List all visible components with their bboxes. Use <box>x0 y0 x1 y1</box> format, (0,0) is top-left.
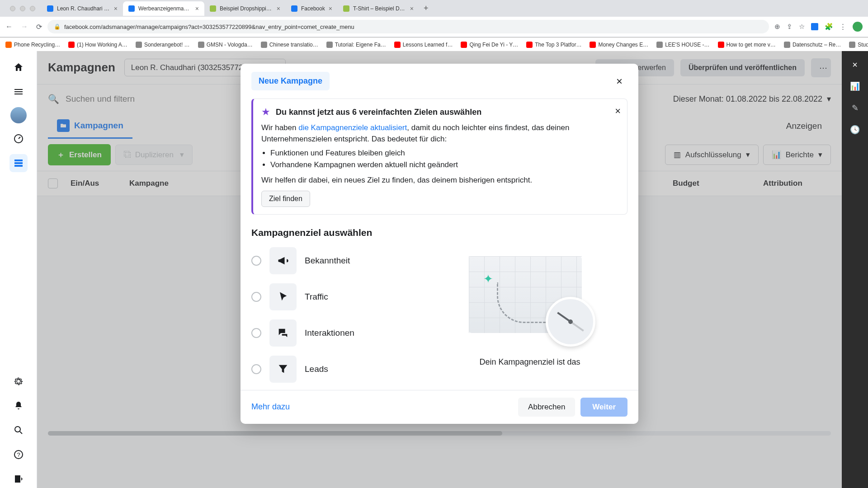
bookmark-item[interactable]: (1) How Working A… <box>68 42 127 48</box>
star-icon: ★ <box>261 106 270 118</box>
bookmark-icon <box>394 42 401 48</box>
cancel-button[interactable]: Abbrechen <box>518 398 575 417</box>
zoom-icon[interactable]: ⊕ <box>774 23 780 31</box>
close-icon[interactable]: × <box>329 5 332 12</box>
back-icon[interactable]: ← <box>5 23 13 31</box>
tab-title: T-Shirt – Beispiel Dropshippin… <box>353 5 406 12</box>
bookmark-item[interactable]: Datenschutz – Re… <box>784 42 841 48</box>
close-icon[interactable]: × <box>277 5 280 12</box>
search-icon[interactable] <box>9 421 28 439</box>
window-close-icon[interactable] <box>10 6 15 11</box>
right-rail: × 📊 ✎ 🕓 <box>842 51 868 488</box>
gauge-icon[interactable] <box>9 130 28 148</box>
chat-icon <box>269 319 297 347</box>
forward-icon[interactable]: → <box>21 23 28 31</box>
reload-icon[interactable]: ⟳ <box>36 23 42 31</box>
info-list-item: Funktionen und Features bleiben gleich <box>270 147 619 159</box>
extensions-icon[interactable]: 🧩 <box>825 23 833 31</box>
bookmark-item[interactable]: LEE'S HOUSE -… <box>656 42 709 48</box>
browser-tab[interactable]: Leon R. Chaudhari | Facebook× <box>42 1 123 16</box>
bookmark-item[interactable]: How to get more v… <box>718 42 776 48</box>
bookmark-label: Qing Fei De Yi - Y… <box>469 42 518 48</box>
bookmark-label: Student Wants an… <box>858 42 868 48</box>
close-panel-icon[interactable]: × <box>849 58 861 71</box>
bookmark-item[interactable]: Tutorial: Eigene Fa… <box>326 42 386 48</box>
radio-icon[interactable] <box>251 292 261 302</box>
chart-bar-icon[interactable]: 📊 <box>849 80 861 93</box>
bookmark-icon <box>718 42 724 48</box>
table-icon[interactable] <box>9 154 28 172</box>
close-icon[interactable]: × <box>410 5 414 12</box>
home-icon[interactable] <box>9 58 28 76</box>
info-list: Funktionen und Features bleiben gleich V… <box>270 147 619 170</box>
bookmark-item[interactable]: Student Wants an… <box>849 42 868 48</box>
find-goal-button[interactable]: Ziel finden <box>261 191 310 207</box>
account-avatar[interactable] <box>10 107 27 123</box>
url-field[interactable]: 🔒 facebook.com/adsmanager/manage/campaig… <box>47 20 769 33</box>
modal-close-button[interactable]: × <box>611 73 627 89</box>
bookmark-label: Datenschutz – Re… <box>793 42 841 48</box>
bookmark-label: Chinese translatio… <box>269 42 318 48</box>
modal-header: Neue Kampagne × <box>241 64 638 99</box>
objective-awareness[interactable]: Bekanntheit <box>251 247 414 274</box>
clock-icon[interactable]: 🕓 <box>849 123 861 136</box>
bookmark-item[interactable]: Chinese translatio… <box>261 42 318 48</box>
modal-tab[interactable]: Neue Kampagne <box>251 72 330 90</box>
share-icon[interactable]: ⇪ <box>787 23 793 31</box>
radio-icon[interactable] <box>251 364 261 374</box>
bookmark-item[interactable]: The Top 3 Platfor… <box>526 42 581 48</box>
browser-tab[interactable]: Beispiel Dropshipping Store× <box>204 1 286 16</box>
collapse-icon[interactable] <box>9 470 28 488</box>
info-link[interactable]: die Kampagnenziele aktualisiert <box>298 123 407 132</box>
objective-traffic[interactable]: Traffic <box>251 283 414 310</box>
bookmark-item[interactable]: Money Changes E… <box>590 42 648 48</box>
bookmark-icon <box>5 42 12 48</box>
edit-icon[interactable]: ✎ <box>849 102 861 114</box>
objective-engagement[interactable]: Interaktionen <box>251 319 414 347</box>
close-icon[interactable]: × <box>195 5 199 12</box>
fb-extension-icon[interactable] <box>811 23 818 30</box>
bookmark-label: Lessons Learned f… <box>403 42 453 48</box>
info-text: Wir helfen dir dabei, ein neues Ziel zu … <box>261 175 619 186</box>
modal-overlay: Neue Kampagne × × ★ Du kannst jetzt aus … <box>37 51 842 488</box>
help-icon[interactable]: ? <box>9 446 28 464</box>
profile-avatar-icon[interactable] <box>853 22 863 32</box>
bookmark-item[interactable]: GMSN - Vologda… <box>198 42 253 48</box>
radio-icon[interactable] <box>251 328 261 338</box>
tab-title: Leon R. Chaudhari | Facebook <box>57 5 110 12</box>
settings-icon[interactable] <box>9 372 28 390</box>
info-close-button[interactable]: × <box>615 105 621 117</box>
objective-leads[interactable]: Leads <box>251 356 414 383</box>
new-tab-button[interactable]: + <box>419 4 433 13</box>
window-min-icon[interactable] <box>20 6 25 11</box>
cursor-icon <box>269 283 297 310</box>
bookmark-label: Money Changes E… <box>598 42 648 48</box>
megaphone-icon <box>269 247 297 274</box>
menu-icon[interactable] <box>9 83 28 101</box>
objective-label: Leads <box>305 364 328 374</box>
bookmark-icon <box>261 42 267 48</box>
objective-list: Bekanntheit Traffic Interaktionen <box>251 247 414 383</box>
bookmark-icon <box>136 42 142 48</box>
bookmark-item[interactable]: Phone Recycling… <box>5 42 60 48</box>
objective-label: Interaktionen <box>305 328 354 338</box>
menu-icon[interactable]: ⋮ <box>840 23 846 31</box>
radio-icon[interactable] <box>251 256 261 266</box>
star-icon[interactable]: ☆ <box>799 23 805 31</box>
browser-tab[interactable]: Werbeanzeigenmanager - We…× <box>123 1 204 16</box>
learn-more-link[interactable]: Mehr dazu <box>251 402 290 412</box>
bookmark-label: (1) How Working A… <box>77 42 127 48</box>
bookmark-item[interactable]: Qing Fei De Yi - Y… <box>461 42 518 48</box>
bookmark-item[interactable]: Lessons Learned f… <box>394 42 453 48</box>
window-max-icon[interactable] <box>30 6 35 11</box>
bookmark-label: Sonderangebot! … <box>144 42 190 48</box>
browser-tab[interactable]: Facebook× <box>286 1 338 16</box>
browser-tab[interactable]: T-Shirt – Beispiel Dropshippin…× <box>338 1 419 16</box>
close-icon[interactable]: × <box>114 5 118 12</box>
favicon-icon <box>128 5 135 12</box>
bookmark-item[interactable]: Sonderangebot! … <box>136 42 190 48</box>
bookmark-label: How to get more v… <box>726 42 776 48</box>
next-button[interactable]: Weiter <box>580 398 627 417</box>
bell-icon[interactable] <box>9 397 28 415</box>
favicon-icon <box>291 5 297 12</box>
